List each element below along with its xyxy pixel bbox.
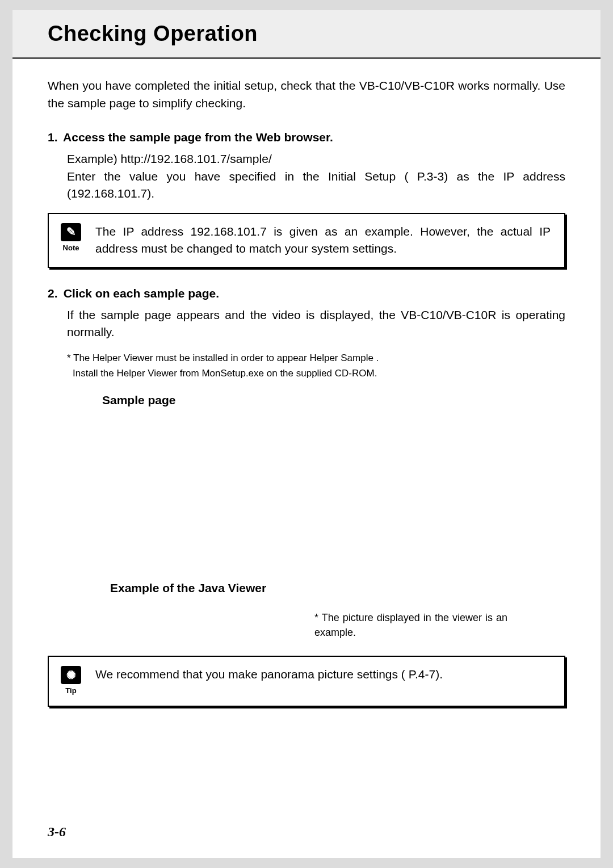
page: Checking Operation When you have complet…	[12, 10, 601, 858]
asterisk-2: Install the Helper Viewer from MonSetup.…	[48, 367, 565, 381]
step-2-line1: If the sample page appears and the video…	[67, 307, 565, 341]
pencil-icon: ✎	[61, 223, 81, 241]
step-1-head: 1. Access the sample page from the Web b…	[48, 129, 565, 146]
page-title: Checking Operation	[48, 18, 601, 49]
picture-note: * The picture displayed in the viewer is…	[314, 610, 507, 640]
step-1-title: Access the sample page from the Web brow…	[63, 131, 333, 144]
step-2-title: Click on each sample page.	[64, 287, 219, 300]
note-icon: ✎ Note	[58, 223, 84, 254]
sample-page-label: Sample page	[102, 392, 565, 409]
note-text: The IP address 192.168.101.7 is given as…	[95, 223, 551, 258]
content: When you have completed the initial setu…	[12, 59, 601, 707]
asterisk-1: * The Helper Viewer must be installed in…	[48, 351, 565, 366]
intro-text: When you have completed the initial setu…	[48, 77, 565, 112]
java-viewer-label: Example of the Java Viewer	[110, 580, 565, 597]
step-2-head: 2. Click on each sample page.	[48, 285, 565, 302]
page-number: 3-6	[48, 822, 66, 842]
step-1-line1: Example) http://192.168.101.7/sample/	[67, 150, 565, 167]
step-1-body: Example) http://192.168.101.7/sample/ En…	[48, 150, 565, 202]
note-callout: ✎ Note The IP address 192.168.101.7 is g…	[48, 213, 565, 268]
step-1-line2: Enter the value you have specified in th…	[67, 168, 565, 203]
tip-callout: ✺ Tip We recommend that you make panoram…	[48, 656, 565, 707]
step-2-body: If the sample page appears and the video…	[48, 307, 565, 341]
tip-label: Tip	[65, 686, 76, 697]
lightbulb-icon: ✺	[61, 666, 81, 684]
step-1-num: 1.	[48, 129, 60, 146]
note-label: Note	[63, 243, 79, 254]
step-2-num: 2.	[48, 285, 60, 302]
tip-icon: ✺ Tip	[58, 666, 84, 697]
header-band: Checking Operation	[12, 10, 601, 59]
tip-text: We recommend that you make panorama pict…	[95, 666, 551, 683]
